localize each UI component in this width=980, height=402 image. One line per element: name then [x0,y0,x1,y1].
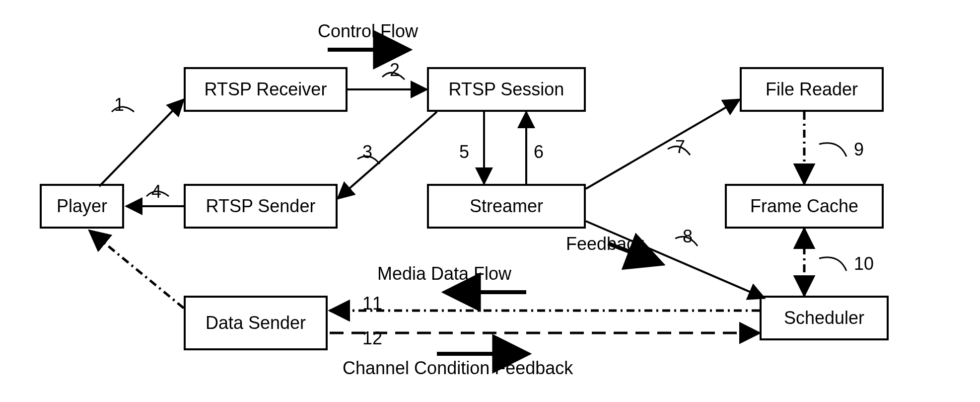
node-label: Player [57,196,107,217]
node-rtsp-session: RTSP Session [427,67,586,112]
node-rtsp-receiver: RTSP Receiver [184,67,348,112]
node-player: Player [40,184,124,229]
node-rtsp-sender: RTSP Sender [184,184,338,229]
edge-7 [586,99,740,189]
node-scheduler: Scheduler [760,296,889,340]
node-label: File Reader [766,79,858,100]
edge-datasender-player [89,231,184,308]
edge-num-2: 2 [390,60,400,80]
edge-num-3: 3 [362,142,372,162]
edge-9-hook [819,143,846,157]
legend-channel-feedback: Channel Condition Feedback [343,358,573,379]
edge-num-1: 1 [114,94,124,115]
node-streamer: Streamer [427,184,586,229]
node-label: RTSP Receiver [205,79,327,100]
node-label: Scheduler [784,308,864,328]
edge-10-hook [819,257,846,271]
node-label: RTSP Sender [206,196,316,217]
edge-1 [99,99,184,186]
edge-num-10: 10 [854,253,874,274]
node-label: Data Sender [206,313,306,333]
edge-num-9: 9 [854,139,864,160]
edge-num-11: 11 [362,293,382,314]
diagram-canvas: Player RTSP Receiver RTSP Sender RTSP Se… [0,0,980,402]
legend-control-flow: Control Flow [318,21,418,42]
node-label: Frame Cache [750,196,858,217]
node-label: RTSP Session [449,79,564,100]
legend-media-data-flow: Media Data Flow [377,263,511,284]
node-data-sender: Data Sender [184,296,328,350]
edge-num-5: 5 [459,142,469,162]
node-frame-cache: Frame Cache [725,184,884,229]
edge-8 [586,221,765,298]
edge-num-7: 7 [675,137,685,158]
edge-num-8: 8 [683,226,693,247]
edge-num-4: 4 [151,181,161,202]
edge-num-6: 6 [534,142,544,162]
edge-3 [338,112,437,199]
node-label: Streamer [470,196,543,217]
node-file-reader: File Reader [740,67,884,112]
edge-num-12: 12 [362,328,382,349]
legend-feedback: Feedback [566,234,644,254]
